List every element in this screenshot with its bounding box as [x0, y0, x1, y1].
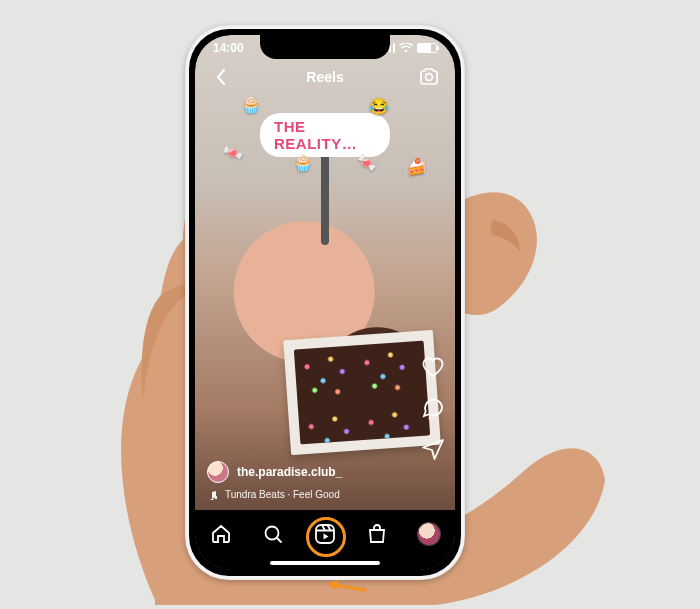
svg-rect-2 [316, 525, 334, 543]
profile-avatar-icon [418, 523, 440, 545]
like-button[interactable] [421, 356, 445, 378]
overlay-emoji: 😂 [369, 97, 389, 116]
header-title: Reels [195, 69, 455, 85]
overlay-emoji: 🧁 [241, 95, 261, 114]
nav-reels[interactable] [312, 521, 338, 547]
audio-attribution[interactable]: Tundra Beats · Feel Good [207, 489, 443, 500]
overlay-caption: THE REALITY… [260, 113, 390, 157]
screen: 14:00 Reels THE REALITY… � [195, 35, 455, 570]
status-time: 14:00 [213, 41, 244, 55]
home-icon [210, 523, 232, 545]
reels-icon [313, 522, 337, 546]
search-icon [262, 523, 284, 545]
author-username[interactable]: the.paradise.club_ [237, 465, 342, 479]
audio-title: Tundra Beats · Feel Good [225, 489, 340, 500]
reels-header: Reels [195, 65, 455, 89]
nav-home[interactable] [208, 521, 234, 547]
music-note-icon [207, 490, 217, 500]
content-prop-tray [283, 330, 441, 455]
author-avatar[interactable] [207, 461, 229, 483]
comment-icon [421, 396, 445, 420]
heart-icon [421, 356, 445, 378]
phone-device: 14:00 Reels THE REALITY… � [185, 25, 465, 580]
post-meta: the.paradise.club_ Tundra Beats · Feel G… [207, 455, 443, 500]
shop-icon [366, 523, 388, 545]
battery-icon [417, 43, 437, 53]
overlay-emoji: 🧁 [293, 153, 313, 172]
home-indicator[interactable] [270, 561, 380, 565]
nav-shop[interactable] [364, 521, 390, 547]
comment-button[interactable] [421, 396, 445, 420]
wifi-icon [399, 43, 413, 53]
action-rail [421, 356, 445, 460]
overlay-emoji: 🍬 [357, 153, 377, 172]
device-notch [260, 35, 390, 59]
nav-profile[interactable] [416, 521, 442, 547]
nav-search[interactable] [260, 521, 286, 547]
overlay-emoji: 🍰 [407, 157, 427, 176]
